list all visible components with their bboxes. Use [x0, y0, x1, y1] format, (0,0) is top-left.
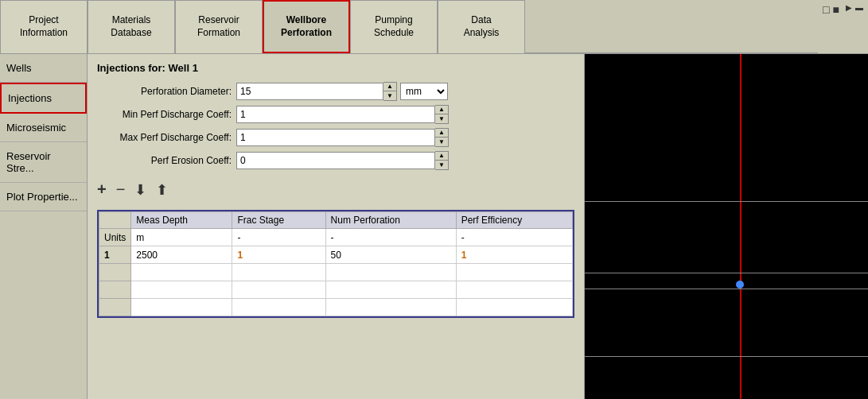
max-perf-row: Max Perf Discharge Coeff: ▲ ▼: [97, 128, 574, 147]
min-perf-input[interactable]: [236, 106, 435, 123]
max-perf-down[interactable]: ▼: [435, 138, 448, 146]
col-meas-depth: Meas Depth: [131, 212, 232, 229]
max-perf-input[interactable]: [236, 129, 435, 146]
empty-row-1: [99, 264, 573, 281]
max-perf-input-wrap: ▲ ▼: [236, 128, 449, 147]
perf-diameter-input[interactable]: [236, 83, 383, 100]
max-perf-up[interactable]: ▲: [435, 129, 448, 138]
perf-erosion-input-wrap: ▲ ▼: [236, 151, 449, 170]
perf-diameter-spinner: ▲ ▼: [383, 82, 397, 101]
panel-title: Injections for: Well 1: [97, 62, 574, 74]
tab-data-analysis[interactable]: Data Analysis: [438, 0, 525, 53]
perf-erosion-input[interactable]: [236, 152, 435, 169]
top-right-icons: □ ■ ▶ ▬: [818, 0, 868, 53]
units-row: Units m - - -: [99, 229, 573, 246]
h-line-1: [585, 201, 868, 202]
perf-erosion-spinner: ▲ ▼: [435, 151, 449, 170]
units-label: Units: [99, 229, 131, 246]
col-frac-stage: Frac Stage: [232, 212, 325, 229]
maximize-icon[interactable]: ■: [833, 3, 839, 16]
min-perf-down[interactable]: ▼: [435, 114, 448, 123]
tab-materials-db[interactable]: Materials Database: [88, 0, 175, 53]
units-frac-stage: -: [232, 229, 325, 246]
tab-wellbore-perforation[interactable]: Wellbore Perforation: [263, 0, 350, 53]
sidebar-item-reservoir-stress[interactable]: Reservoir Stre...: [0, 142, 87, 183]
sidebar-item-injections[interactable]: Injections: [0, 83, 87, 114]
perf-diameter-up[interactable]: ▲: [383, 83, 396, 91]
add-row-button[interactable]: +: [97, 180, 107, 199]
col-num-perforation: Num Perforation: [325, 212, 456, 229]
table-row[interactable]: 1 2500 1 50 1: [99, 246, 573, 264]
perf-diameter-row: Perforation Diameter: ▲ ▼ mm in: [97, 82, 574, 101]
row-num-1: 1: [99, 246, 131, 264]
minimize-icon[interactable]: ▬: [855, 3, 863, 12]
upload-button[interactable]: ⬆: [156, 181, 168, 199]
main-content: Wells Injections Microseismic Reservoir …: [0, 54, 868, 399]
data-table: Meas Depth Frac Stage Num Perforation Pe…: [99, 211, 573, 316]
h-line-4: [585, 356, 868, 357]
min-perf-input-wrap: ▲ ▼: [236, 105, 449, 124]
tab-spacer: [525, 0, 818, 53]
h-line-3: [585, 289, 868, 289]
min-perf-label: Min Perf Discharge Coeff:: [97, 109, 236, 120]
units-meas-depth: m: [131, 229, 232, 246]
cell-meas-depth-1[interactable]: 2500: [131, 246, 232, 264]
vertical-crosshair: [740, 54, 741, 399]
sidebar: Wells Injections Microseismic Reservoir …: [0, 54, 88, 399]
tab-reservoir-formation[interactable]: Reservoir Formation: [175, 0, 263, 53]
sidebar-item-wells[interactable]: Wells: [0, 54, 87, 83]
remove-row-button[interactable]: −: [116, 180, 126, 199]
perf-diameter-unit[interactable]: mm in: [400, 83, 448, 100]
sidebar-item-microseismic[interactable]: Microseismic: [0, 114, 87, 142]
data-table-wrap: Meas Depth Frac Stage Num Perforation Pe…: [97, 210, 574, 318]
max-perf-label: Max Perf Discharge Coeff:: [97, 132, 236, 143]
units-num-perf: -: [325, 229, 456, 246]
tab-pumping-schedule[interactable]: Pumping Schedule: [350, 0, 438, 53]
perf-erosion-row: Perf Erosion Coeff: ▲ ▼: [97, 151, 574, 170]
cell-perf-eff-1[interactable]: 1: [456, 246, 572, 264]
units-perf-eff: -: [456, 229, 572, 246]
right-panel: [585, 54, 868, 399]
perf-erosion-up[interactable]: ▲: [435, 152, 448, 161]
min-perf-spinner: ▲ ▼: [435, 105, 449, 124]
perf-erosion-down[interactable]: ▼: [435, 161, 448, 169]
h-line-2: [585, 273, 868, 273]
perf-erosion-label: Perf Erosion Coeff:: [97, 155, 236, 166]
blue-dot: [736, 281, 744, 289]
restore-icon[interactable]: □: [823, 3, 829, 16]
perf-diameter-down[interactable]: ▼: [383, 91, 396, 100]
col-empty: [99, 212, 131, 229]
download-button[interactable]: ⬇: [134, 181, 146, 199]
col-perf-efficiency: Perf Efficiency: [456, 212, 572, 229]
empty-row-2: [99, 281, 573, 299]
perf-diameter-label: Perforation Diameter:: [97, 86, 236, 97]
empty-row-3: [99, 299, 573, 316]
cell-frac-stage-1[interactable]: 1: [232, 246, 325, 264]
tab-bar: Project Information Materials Database R…: [0, 0, 868, 54]
max-perf-spinner: ▲ ▼: [435, 128, 449, 147]
min-perf-row: Min Perf Discharge Coeff: ▲ ▼: [97, 105, 574, 124]
tab-project-info[interactable]: Project Information: [0, 0, 88, 53]
toolbar: + − ⬇ ⬆: [97, 174, 574, 205]
sidebar-item-plot-properties[interactable]: Plot Propertie...: [0, 183, 87, 211]
min-perf-up[interactable]: ▲: [435, 106, 448, 114]
cell-num-perf-1[interactable]: 50: [325, 246, 456, 264]
perf-diameter-input-wrap: ▲ ▼: [236, 82, 397, 101]
forward-icon[interactable]: ▶: [846, 3, 852, 12]
center-panel: Injections for: Well 1 Perforation Diame…: [88, 54, 585, 399]
